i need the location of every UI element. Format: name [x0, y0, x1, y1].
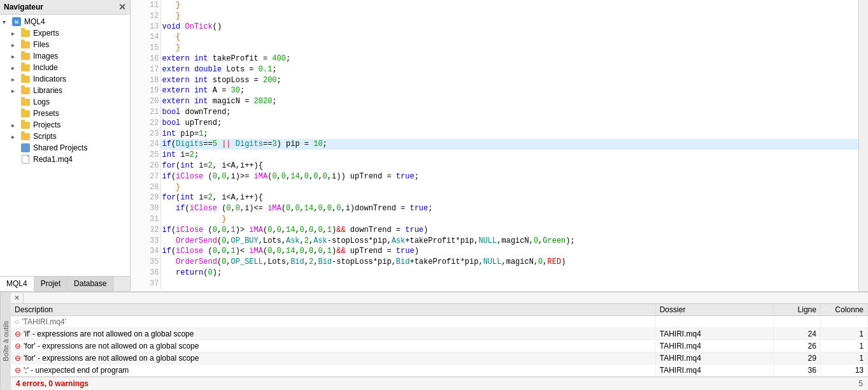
- error-dossier: TAHIRI.mq4: [655, 352, 773, 365]
- table-row: 23 int pip=1;: [131, 129, 858, 140]
- line-number: 29: [131, 192, 160, 203]
- line-number: 18: [131, 75, 160, 86]
- line-number: 33: [131, 236, 160, 247]
- tree-item-mql4[interactable]: ▾ M MQL4: [0, 16, 130, 27]
- expander-libraries: ▸: [11, 87, 20, 94]
- tree-label-projects: Projects: [33, 120, 60, 129]
- tree-item-shared-projects[interactable]: Shared Projects: [0, 142, 130, 154]
- code-view[interactable]: 11 } 12 } 13 void OnTick() 14 {: [131, 0, 858, 291]
- tree-label-presets: Presets: [33, 109, 59, 118]
- tree-item-indicators[interactable]: ▸ Indicators: [0, 73, 130, 85]
- line-number: 20: [131, 96, 160, 107]
- line-code: }: [160, 0, 858, 11]
- navigator-title: Navigateur: [4, 3, 43, 11]
- line-number: 21: [131, 107, 160, 118]
- line-number: 23: [131, 129, 160, 140]
- line-code: extern int magicN = 2020;: [160, 96, 858, 107]
- table-row: 37: [131, 278, 858, 289]
- navigator-panel: Navigateur ✕ ▾ M MQL4 ▸ Experts ▸ Files …: [0, 0, 131, 291]
- table-row: ⊖'for' - expressions are not allowed on …: [11, 340, 868, 352]
- error-list-container[interactable]: Description Dossier Ligne Colonne ○'TAHI…: [11, 304, 868, 377]
- line-number: 30: [131, 203, 160, 214]
- folder-icon-experts: [20, 28, 31, 38]
- line-number: 16: [131, 54, 160, 64]
- error-icon: ⊖: [15, 329, 21, 338]
- folder-icon-images: [20, 51, 31, 61]
- expander-images: ▸: [11, 53, 20, 60]
- folder-icon-indicators: [20, 74, 31, 84]
- tree-label-images: Images: [33, 52, 58, 61]
- error-ligne: [773, 316, 820, 328]
- line-number: 34: [131, 246, 160, 257]
- line-code: }: [160, 11, 858, 22]
- tree-item-files[interactable]: ▸ Files: [0, 39, 130, 50]
- tree-item-libraries[interactable]: ▸ Libraries: [0, 85, 130, 96]
- tree-item-experts[interactable]: ▸ Experts: [0, 27, 130, 39]
- line-code: extern double Lots = 0.1;: [160, 64, 858, 75]
- col-header-dossier: Dossier: [655, 304, 773, 316]
- tree-item-images[interactable]: ▸ Images: [0, 50, 130, 62]
- line-number: 17: [131, 64, 160, 75]
- expander-experts: ▸: [11, 30, 20, 37]
- bottom-status-bar: 4 errors, 0 warnings 5: [11, 377, 868, 390]
- table-row: ⊖';' - unexpected end of program TAHIRI.…: [11, 365, 868, 377]
- line-code: }: [160, 182, 858, 193]
- table-row: ○'TAHIRI.mq4': [11, 316, 868, 328]
- tab-database[interactable]: Database: [68, 277, 113, 291]
- line-number: 19: [131, 85, 160, 96]
- table-row: 24 if(Digits==5 || Digits==3) pip = 10;: [131, 139, 858, 150]
- bottom-close-button[interactable]: ✕: [11, 292, 24, 303]
- code-table: 11 } 12 } 13 void OnTick() 14 {: [131, 0, 858, 289]
- expander-scripts: ▸: [11, 133, 20, 140]
- tree-item-scripts[interactable]: ▸ Scripts: [0, 131, 130, 142]
- table-row: 11 }: [131, 0, 858, 11]
- line-code: if(iClose (0,0,i)>= iMA(0,0,14,0,0,0,i))…: [160, 171, 858, 182]
- error-table: Description Dossier Ligne Colonne ○'TAHI…: [11, 304, 868, 377]
- expander-projects: ▸: [11, 122, 20, 129]
- line-number: 15: [131, 43, 160, 54]
- status-count: 5: [858, 379, 863, 388]
- error-ligne: 36: [773, 365, 820, 377]
- table-row: ⊖'if' - expressions are not allowed on a…: [11, 328, 868, 340]
- expander-include: ▸: [11, 64, 20, 71]
- line-code: int i=2;: [160, 150, 858, 161]
- line-number: 37: [131, 278, 160, 289]
- scrollbar-right[interactable]: [858, 0, 868, 291]
- error-colonne: 1: [820, 328, 867, 340]
- line-code: for(int i=2, i<A,i++){: [160, 192, 858, 203]
- error-table-header: Description Dossier Ligne Colonne: [11, 304, 868, 316]
- error-icon: ⊖: [15, 354, 21, 363]
- error-dossier: [655, 316, 773, 328]
- tab-projet[interactable]: Projet: [34, 277, 68, 291]
- error-description: ⊖'for' - expressions are not allowed on …: [11, 352, 655, 365]
- folder-icon-scripts: [20, 131, 31, 141]
- table-row: 34 if(iClose (0,0,1)< iMA(0,0,14,0,0,0,1…: [131, 246, 858, 257]
- expander-indicators: ▸: [11, 76, 20, 83]
- table-row: 27 if(iClose (0,0,i)>= iMA(0,0,14,0,0,0,…: [131, 171, 858, 182]
- line-code: bool downTrend;: [160, 107, 858, 118]
- tab-mql4[interactable]: MQL4: [0, 277, 34, 291]
- tree-label-files: Files: [33, 40, 49, 49]
- line-number: 36: [131, 268, 160, 278]
- error-description: ○'TAHIRI.mq4': [11, 316, 655, 328]
- table-row: 25 int i=2;: [131, 150, 858, 161]
- table-row: 22 bool upTrend;: [131, 118, 858, 129]
- line-number: 22: [131, 118, 160, 129]
- status-error-text: 4 errors, 0 warnings: [16, 379, 89, 388]
- table-row: 17 extern double Lots = 0.1;: [131, 64, 858, 75]
- line-code: {: [160, 32, 858, 43]
- tree-item-presets[interactable]: Presets: [0, 108, 130, 119]
- navigator-close-button[interactable]: ✕: [118, 2, 126, 12]
- tree-item-logs[interactable]: Logs: [0, 96, 130, 108]
- tree-item-include[interactable]: ▸ Include: [0, 62, 130, 73]
- tree-label-reda: Reda1.mq4: [33, 155, 73, 164]
- tree-label-indicators: Indicators: [33, 75, 66, 83]
- table-row: 26 for(int i=2, i<A,i++){: [131, 161, 858, 171]
- error-ligne: 29: [773, 352, 820, 365]
- folder-icon-include: [20, 62, 31, 73]
- line-code: bool upTrend;: [160, 118, 858, 129]
- table-row: 15 }: [131, 43, 858, 54]
- tree-item-reda[interactable]: Reda1.mq4: [0, 154, 130, 165]
- error-colonne: 1: [820, 352, 867, 365]
- tree-item-projects[interactable]: ▸ Projects: [0, 119, 130, 131]
